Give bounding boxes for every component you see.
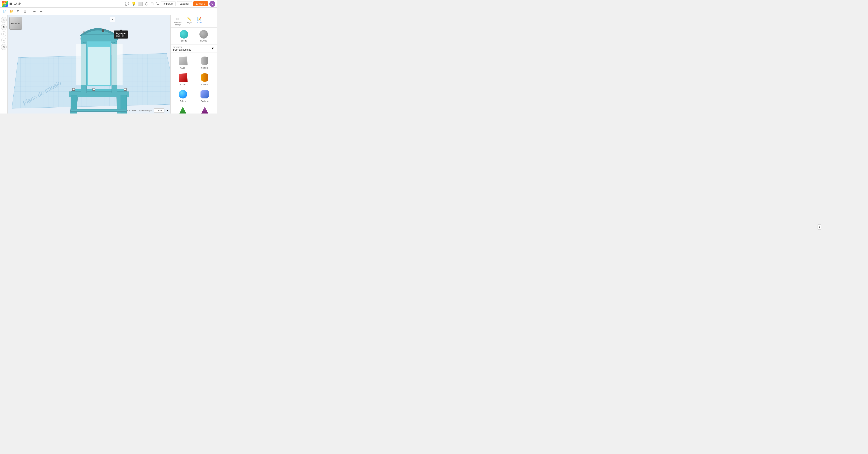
shape-cube-red[interactable]: Cubo xyxy=(172,71,193,87)
panel-tabs: ⊞ Plano detrabajo 📏 Regla 📝 Notes xyxy=(170,15,217,28)
svg-rect-18 xyxy=(72,88,74,90)
rotate-view-button[interactable]: ↻ xyxy=(1,24,7,30)
mirror-btn[interactable]: ⇅ xyxy=(155,1,159,6)
title-area: ▣ Chair xyxy=(9,2,123,6)
svg-text:↺: ↺ xyxy=(81,31,85,35)
send-button[interactable]: Enviar a xyxy=(193,1,208,6)
cube-front-face[interactable]: FRONTAL xyxy=(9,17,22,30)
right-panel: ⊞ Plano detrabajo 📏 Regla 📝 Notes Sólido… xyxy=(170,15,217,114)
main-content: ⌂ ↻ + − ⊕ FRONTAL Plano xyxy=(0,15,217,114)
shape-scribble[interactable]: Scribble xyxy=(194,88,216,104)
svg-rect-17 xyxy=(88,47,110,85)
hollow-label: Hueco xyxy=(200,39,207,42)
tooltip-title: Agrupar xyxy=(116,32,126,35)
ruler-tab-icon: 📏 xyxy=(187,17,191,21)
tooltip-shortcut: Ctrl + G xyxy=(116,35,126,37)
notes-tab-label: Notes xyxy=(197,22,202,24)
bottom-bar: Ed. rejilla Ajustar Rejilla ▼ xyxy=(127,108,169,112)
cylinder-gray-icon xyxy=(199,56,210,66)
hollow-shape-icon xyxy=(199,30,208,38)
svg-rect-16 xyxy=(112,44,123,85)
zoom-out-button[interactable]: − xyxy=(1,38,6,43)
align-btn[interactable]: ⊟ xyxy=(150,1,154,6)
zoom-in-button[interactable]: + xyxy=(1,31,6,36)
chair-3d-model[interactable]: ↺ ↻ ↻ xyxy=(39,20,166,114)
tab-workplane[interactable]: ⊞ Plano detrabajo xyxy=(172,16,183,27)
new-file-button[interactable]: 📄 xyxy=(2,8,8,14)
cube-gray-icon xyxy=(178,56,188,66)
shapes-category-dropdown[interactable]: Tinkercad Formas básicas ▼ xyxy=(170,45,217,53)
solid-label: Sólido xyxy=(181,39,187,42)
shape-sphere-blue[interactable]: Esfera xyxy=(172,88,193,104)
svg-rect-7 xyxy=(69,92,129,97)
cylinder-orange-icon xyxy=(199,72,210,83)
frame-btn[interactable]: ⬡ xyxy=(145,1,149,6)
notes-tab-icon: 📝 xyxy=(197,17,201,21)
toolbar-row2: 📄 📂 ⧉ 🗑 ↩ ↪ xyxy=(0,8,217,15)
hollow-shape-option[interactable]: Hueco xyxy=(199,30,208,42)
left-sidebar: ⌂ ↻ + − ⊕ xyxy=(0,15,8,114)
top-bar: TIN KEN CAD ▣ Chair 💬 💡 ⬜ ⬡ ⊟ ⇅ Importar… xyxy=(0,0,217,8)
app-logo[interactable]: TIN KEN CAD xyxy=(2,1,8,7)
shape-cylinder-orange[interactable]: Cilindro xyxy=(194,71,216,87)
redo-button[interactable]: ↪ xyxy=(38,8,44,14)
grid-edit-label: Ed. rejilla xyxy=(127,109,136,112)
workplane-tab-icon: ⊞ xyxy=(176,17,179,21)
cube-red-label: Cubo xyxy=(180,84,185,86)
shapes-grid: Cubo Cilindro Cubo Cilindr xyxy=(170,53,217,114)
grid-size-input[interactable] xyxy=(154,108,164,112)
cylinder-orange-label: Cilindro xyxy=(201,84,208,86)
open-file-button[interactable]: 📂 xyxy=(8,8,14,14)
shapes-provider: Tinkercad xyxy=(173,46,191,48)
cube-navigator[interactable]: FRONTAL xyxy=(9,17,22,30)
solid-shape-icon xyxy=(180,30,188,38)
shape-roof-green[interactable]: Techo xyxy=(172,105,193,114)
ruler-tab-label: Regla xyxy=(187,22,192,24)
adjust-grid-control: Ajustar Rejilla ▼ xyxy=(139,108,169,112)
cube-red-icon xyxy=(178,72,188,83)
solid-shape-option[interactable]: Sólido xyxy=(180,30,188,42)
comment-btn[interactable]: 💬 xyxy=(124,1,130,6)
tab-ruler[interactable]: 📏 Regla xyxy=(185,16,193,27)
scribble-label: Scribble xyxy=(201,100,209,102)
grid-size-dropdown[interactable]: ▼ xyxy=(166,109,169,112)
scribble-icon xyxy=(199,89,210,99)
tab-notes[interactable]: 📝 Notes xyxy=(195,16,204,27)
export-button[interactable]: Exportar xyxy=(177,1,192,6)
delete-button[interactable]: 🗑 xyxy=(22,8,28,14)
duplicate-button[interactable]: ⧉ xyxy=(15,8,21,14)
collapse-panel-button[interactable]: ▲ xyxy=(110,17,115,22)
svg-rect-19 xyxy=(124,88,126,90)
sphere-blue-label: Esfera xyxy=(180,100,186,102)
svg-rect-20 xyxy=(93,88,95,90)
cylinder-gray-label: Cilindro xyxy=(201,67,208,69)
project-title[interactable]: Chair xyxy=(14,2,21,5)
3d-viewport[interactable]: FRONTAL Plano de trabajo xyxy=(8,15,170,114)
shapes-dropdown-chevron: ▼ xyxy=(211,46,214,51)
fit-view-button[interactable]: ⊕ xyxy=(1,44,7,50)
import-button[interactable]: Importar xyxy=(161,1,176,6)
right-toolbar: 💬 💡 ⬜ ⬡ ⊟ ⇅ Importar Exportar Enviar a U xyxy=(124,1,215,7)
toolbar-separator xyxy=(30,9,30,13)
bulb-btn[interactable]: 💡 xyxy=(131,1,136,6)
group-tooltip: Agrupar Ctrl + G xyxy=(114,31,128,38)
workplane-tab-label: Plano detrabajo xyxy=(174,22,182,26)
svg-rect-10 xyxy=(71,109,127,111)
shapes-category-label: Formas básicas xyxy=(173,48,191,51)
undo-button[interactable]: ↩ xyxy=(32,8,37,14)
roof-green-icon xyxy=(178,106,188,114)
shape-cone-purple[interactable]: Cono xyxy=(194,105,216,114)
shape-cylinder-gray[interactable]: Cilindro xyxy=(194,55,216,70)
cube-gray-label: Cubo xyxy=(180,67,185,69)
home-view-button[interactable]: ⌂ xyxy=(1,17,7,23)
adjust-grid-label: Ajustar Rejilla xyxy=(139,109,152,112)
sphere-blue-icon xyxy=(178,89,188,99)
cone-purple-icon xyxy=(199,106,210,114)
document-icon: ▣ xyxy=(9,2,12,6)
user-avatar[interactable]: U xyxy=(209,1,215,7)
svg-rect-15 xyxy=(76,44,86,85)
shape-cube-gray[interactable]: Cubo xyxy=(172,55,193,70)
shape-type-selector: Sólido Hueco xyxy=(170,28,217,45)
shape-outline-btn[interactable]: ⬜ xyxy=(138,1,143,6)
